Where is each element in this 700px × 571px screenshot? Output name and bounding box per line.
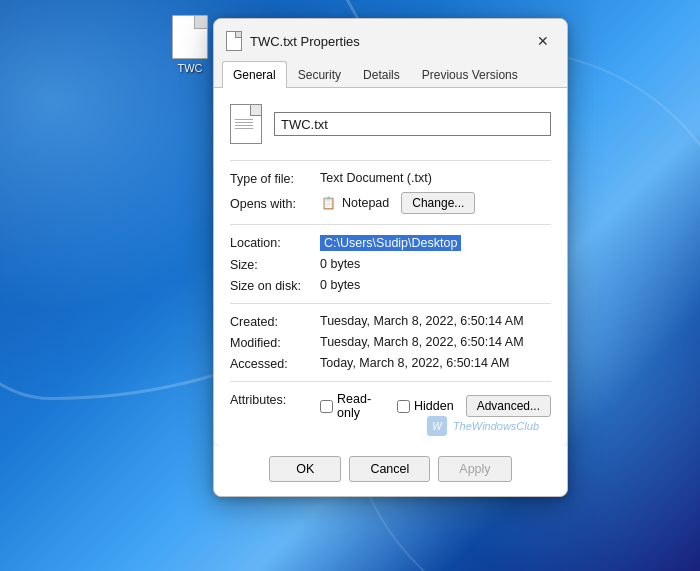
advanced-button[interactable]: Advanced... <box>466 395 551 417</box>
size-row: Size: 0 bytes <box>230 257 551 272</box>
dialog-title-icon <box>226 31 242 51</box>
attributes-label: Attributes: <box>230 392 320 407</box>
readonly-checkbox[interactable] <box>320 400 333 413</box>
tab-general[interactable]: General <box>222 61 287 88</box>
location-label: Location: <box>230 235 320 250</box>
size-value: 0 bytes <box>320 257 360 271</box>
ok-button[interactable]: OK <box>269 456 341 482</box>
filename-input[interactable] <box>274 112 551 136</box>
hidden-label: Hidden <box>414 399 454 413</box>
location-row: Location: C:\Users\Sudip\Desktop <box>230 235 551 251</box>
file-icon-large <box>230 104 262 144</box>
filename-row <box>230 104 551 144</box>
accessed-label: Accessed: <box>230 356 320 371</box>
type-section: Type of file: Text Document (.txt) Opens… <box>230 160 551 214</box>
accessed-row: Accessed: Today, March 8, 2022, 6:50:14 … <box>230 356 551 371</box>
type-label: Type of file: <box>230 171 320 186</box>
file-icon-small <box>172 15 208 59</box>
hidden-checkbox-item[interactable]: Hidden <box>397 399 454 413</box>
size-disk-value: 0 bytes <box>320 278 360 292</box>
opens-value: 📋 Notepad <box>320 195 389 211</box>
dialog-title-bar: TWC.txt Properties ✕ <box>214 19 567 61</box>
created-value: Tuesday, March 8, 2022, 6:50:14 AM <box>320 314 524 328</box>
created-label: Created: <box>230 314 320 329</box>
modified-label: Modified: <box>230 335 320 350</box>
size-disk-row: Size on disk: 0 bytes <box>230 278 551 293</box>
size-label: Size: <box>230 257 320 272</box>
opens-app: Notepad <box>342 196 389 210</box>
dialog-content: Type of file: Text Document (.txt) Opens… <box>214 88 567 446</box>
notepad-icon: 📋 <box>320 195 336 211</box>
readonly-checkbox-item[interactable]: Read-only <box>320 392 385 420</box>
accessed-value: Today, March 8, 2022, 6:50:14 AM <box>320 356 509 370</box>
location-value: C:\Users\Sudip\Desktop <box>320 235 461 251</box>
opens-label: Opens with: <box>230 196 320 211</box>
apply-button[interactable]: Apply <box>438 456 511 482</box>
attributes-section: Attributes: Read-only Hidden Advanced... <box>230 381 551 420</box>
dialog-title: TWC.txt Properties <box>250 34 360 49</box>
desktop-file-label: TWC <box>177 62 202 74</box>
watermark: W TheWindowsClub <box>427 416 539 436</box>
location-section: Location: C:\Users\Sudip\Desktop Size: 0… <box>230 224 551 293</box>
properties-dialog: TWC.txt Properties ✕ General Security De… <box>213 18 568 497</box>
change-button[interactable]: Change... <box>401 192 475 214</box>
watermark-icon: W <box>427 416 447 436</box>
tab-details[interactable]: Details <box>352 61 411 88</box>
close-button[interactable]: ✕ <box>531 29 555 53</box>
readonly-label: Read-only <box>337 392 385 420</box>
modified-row: Modified: Tuesday, March 8, 2022, 6:50:1… <box>230 335 551 350</box>
desktop-file-icon[interactable]: TWC <box>160 15 220 74</box>
type-value: Text Document (.txt) <box>320 171 432 185</box>
opens-with-row: Opens with: 📋 Notepad Change... <box>230 192 551 214</box>
dialog-footer: OK Cancel Apply <box>214 446 567 496</box>
watermark-text: TheWindowsClub <box>453 420 539 432</box>
title-bar-left: TWC.txt Properties <box>226 31 360 51</box>
modified-value: Tuesday, March 8, 2022, 6:50:14 AM <box>320 335 524 349</box>
tab-previous-versions[interactable]: Previous Versions <box>411 61 529 88</box>
tab-bar: General Security Details Previous Versio… <box>214 61 567 88</box>
type-row: Type of file: Text Document (.txt) <box>230 171 551 186</box>
cancel-button[interactable]: Cancel <box>349 456 430 482</box>
created-row: Created: Tuesday, March 8, 2022, 6:50:14… <box>230 314 551 329</box>
tab-security[interactable]: Security <box>287 61 352 88</box>
dates-section: Created: Tuesday, March 8, 2022, 6:50:14… <box>230 303 551 371</box>
size-disk-label: Size on disk: <box>230 278 320 293</box>
hidden-checkbox[interactable] <box>397 400 410 413</box>
